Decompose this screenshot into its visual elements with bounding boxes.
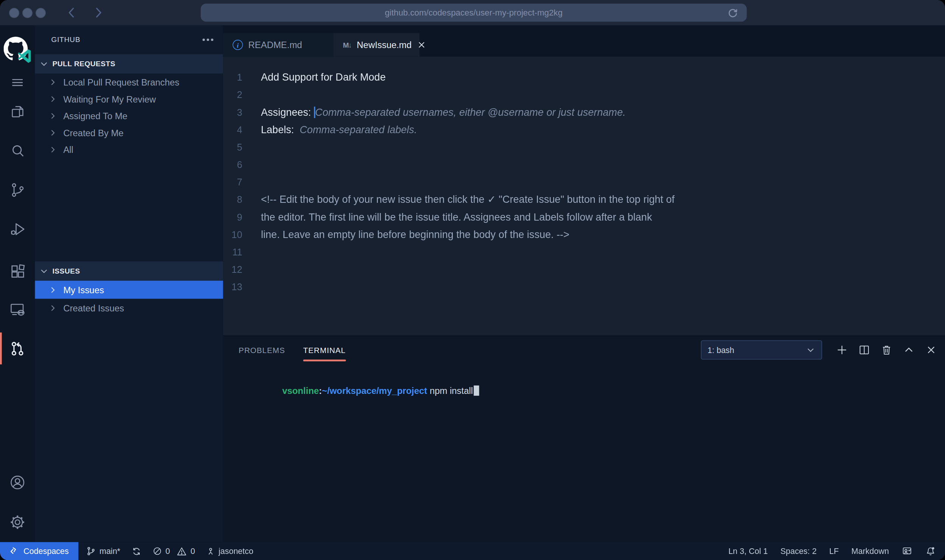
notifications-status-item[interactable] [925, 546, 936, 557]
section-header-pull-requests[interactable]: PULL REQUESTS [35, 54, 223, 73]
code-line[interactable] [242, 243, 261, 261]
codespaces-label: Codespaces [23, 547, 69, 556]
tab-readme[interactable]: i README.md [223, 33, 333, 57]
chevron-down-icon [806, 345, 815, 355]
code-line[interactable] [242, 86, 261, 104]
forward-icon[interactable] [92, 6, 105, 19]
line-number: 3 [223, 104, 242, 121]
close-icon[interactable] [417, 40, 426, 50]
line-number: 5 [223, 138, 242, 156]
address-bar[interactable]: github.com/codespaces/user-my-project-mg… [201, 4, 747, 22]
close-panel-icon[interactable] [925, 344, 937, 356]
line-number: 1 [223, 68, 242, 86]
sidebar-item-label: Assigned To Me [63, 110, 127, 121]
chevron-down-icon [39, 59, 48, 68]
window-controls[interactable] [9, 8, 46, 18]
branch-label: main* [100, 547, 120, 556]
section-header-issues[interactable]: ISSUES [35, 261, 223, 281]
code-line[interactable]: <!-- Edit the body of your new issue the… [242, 191, 675, 208]
remote-explorer-icon[interactable] [0, 301, 35, 318]
code-line[interactable] [242, 261, 261, 278]
sidebar-item-assigned-to-me[interactable]: Assigned To Me [35, 107, 223, 124]
sidebar-item-my-issues[interactable]: My Issues [35, 281, 223, 299]
tab-terminal[interactable]: TERMINAL [303, 336, 346, 364]
sidebar-item-label: Created Issues [63, 303, 124, 313]
pull-requests-list: Local Pull Request BranchesWaiting For M… [35, 73, 223, 158]
sidebar-header: GITHUB [35, 25, 223, 54]
sidebar-item-created-issues[interactable]: Created Issues [35, 299, 223, 317]
sidebar-item-all[interactable]: All [35, 141, 223, 158]
tab-newissue[interactable]: M↓ NewIssue.md [333, 33, 419, 57]
code-segment: Comma-separated usernames, either @usern… [315, 107, 625, 118]
maximize-panel-icon[interactable] [903, 344, 915, 356]
more-actions-icon[interactable] [203, 39, 214, 41]
code-line[interactable]: the editor. The first line will be the i… [242, 208, 652, 226]
codespaces-status-item[interactable]: Codespaces [0, 542, 78, 560]
error-icon [152, 546, 162, 556]
code-line[interactable] [242, 156, 261, 173]
code-line[interactable]: line. Leave an empty line before beginni… [242, 226, 569, 243]
terminal-command: npm install [427, 386, 473, 396]
chevron-right-icon [48, 94, 57, 103]
reload-icon[interactable] [727, 7, 739, 19]
bell-icon [925, 546, 936, 557]
account-icon[interactable] [0, 474, 35, 491]
kill-terminal-icon[interactable] [881, 344, 893, 356]
terminal-shell-select[interactable]: 1: bash [701, 340, 822, 359]
code-line[interactable]: Assignees: Comma-separated usernames, ei… [242, 104, 626, 121]
editor-content[interactable]: 1Add Support for Dark Mode23Assignees: C… [223, 57, 945, 336]
url-text: github.com/codespaces/user-my-project-mg… [385, 8, 562, 17]
eol-status-item[interactable]: LF [829, 547, 839, 556]
section-label: ISSUES [52, 267, 80, 275]
back-icon[interactable] [65, 6, 78, 19]
sidebar-title: GITHUB [51, 36, 80, 44]
code-segment: Comma-separated labels. [300, 124, 417, 135]
tab-label: NewIssue.md [357, 40, 412, 50]
markdown-icon: M↓ [343, 40, 351, 49]
sidebar-item-created-by-me[interactable]: Created By Me [35, 124, 223, 141]
code-line[interactable]: Add Support for Dark Mode [242, 68, 386, 86]
cursor-position-status-item[interactable]: Ln 3, Col 1 [728, 547, 768, 556]
terminal-output[interactable]: vsonline:~/workspace/my_project npm inst… [223, 364, 945, 411]
panel-header: PROBLEMS TERMINAL 1: bash [223, 336, 945, 364]
code-segment: Labels: [261, 124, 299, 135]
sidebar-item-local-pull-request-branches[interactable]: Local Pull Request Branches [35, 73, 223, 90]
window-close-button[interactable] [9, 8, 19, 18]
user-label: jasonetco [218, 547, 253, 556]
indentation-status-item[interactable]: Spaces: 2 [780, 547, 817, 556]
code-line[interactable]: Labels: Comma-separated labels. [242, 121, 417, 138]
editor-tab-bar: i README.md M↓ NewIssue.md [223, 25, 945, 57]
tab-problems[interactable]: PROBLEMS [239, 336, 285, 364]
github-pull-request-icon[interactable] [0, 340, 35, 357]
menu-icon[interactable] [0, 75, 35, 90]
branch-status-item[interactable]: main* [86, 546, 120, 556]
extensions-icon[interactable] [0, 263, 35, 280]
language-mode-status-item[interactable]: Markdown [851, 547, 889, 556]
window-minimize-button[interactable] [22, 8, 33, 18]
code-line[interactable] [242, 138, 261, 156]
settings-gear-icon[interactable] [0, 514, 35, 531]
user-status-item[interactable]: jasonetco [206, 547, 253, 556]
tab-label: README.md [248, 40, 302, 50]
bottom-panel: PROBLEMS TERMINAL 1: bash vsonline:~/wor… [223, 336, 945, 542]
problems-status-item[interactable]: 0 0 [152, 546, 195, 556]
chevron-right-icon [48, 111, 57, 120]
sidebar-item-label: Local Pull Request Branches [63, 77, 179, 87]
explorer-icon[interactable] [0, 104, 35, 120]
sidebar-item-label: All [63, 144, 73, 154]
search-icon[interactable] [0, 143, 35, 159]
chevron-down-icon [39, 266, 48, 276]
source-control-icon[interactable] [0, 182, 35, 198]
debug-icon[interactable] [0, 221, 35, 237]
code-line[interactable] [242, 173, 261, 191]
feedback-status-item[interactable] [901, 546, 912, 557]
sidebar-item-waiting-for-my-review[interactable]: Waiting For My Review [35, 90, 223, 107]
line-number: 6 [223, 156, 242, 173]
editor-zone: i README.md M↓ NewIssue.md 1Add Support … [223, 25, 945, 542]
code-line[interactable] [242, 278, 261, 296]
window-zoom-button[interactable] [36, 8, 46, 18]
line-number: 7 [223, 173, 242, 191]
split-terminal-icon[interactable] [858, 344, 870, 356]
sync-status-item[interactable] [131, 546, 141, 556]
new-terminal-icon[interactable] [836, 344, 848, 356]
